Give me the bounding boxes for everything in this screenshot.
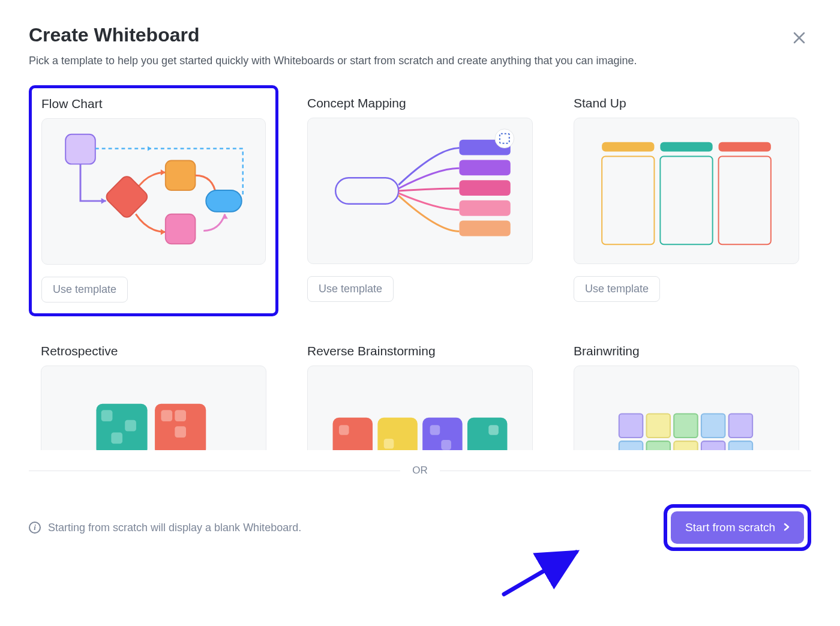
svg-rect-41 [619,414,643,437]
svg-rect-40 [488,425,499,435]
svg-rect-28 [175,426,186,438]
svg-rect-43 [674,414,697,437]
scratch-highlight-ring: Start from scratch [664,504,811,551]
close-icon [792,31,806,45]
svg-rect-17 [719,142,771,152]
modal-title: Create Whiteboard [29,24,199,46]
use-template-button[interactable]: Use template [41,277,128,302]
svg-rect-22 [101,410,113,421]
svg-rect-45 [729,414,752,437]
template-card-reverse-brainstorming[interactable]: Reverse Brainstorming [295,333,545,450]
modal-subtitle: Pick a template to help you get started … [29,55,811,67]
template-grid: Flow Chart [29,85,811,450]
svg-rect-46 [619,441,643,450]
svg-point-13 [495,129,514,148]
use-template-button[interactable]: Use template [307,276,394,302]
svg-rect-12 [459,221,510,236]
svg-rect-42 [647,414,670,437]
scratch-button-label: Start from scratch [685,521,775,534]
template-card-brainwriting[interactable]: Brainwriting [562,333,811,450]
chevron-right-icon [784,522,790,534]
svg-rect-48 [674,441,697,450]
template-preview-brainwriting [574,366,799,450]
svg-rect-20 [719,156,771,244]
svg-rect-6 [166,214,196,244]
svg-rect-33 [377,418,417,450]
template-title: Concept Mapping [307,96,533,110]
svg-rect-49 [701,441,725,450]
create-whiteboard-modal: Create Whiteboard Pick a template to hel… [0,0,840,450]
template-title: Reverse Brainstorming [307,344,533,358]
svg-rect-31 [333,418,373,450]
modal-footer: i Starting from scratch will display a b… [29,504,811,551]
svg-rect-2 [65,134,95,164]
template-title: Retrospective [41,344,266,358]
svg-rect-3 [166,160,196,190]
or-label: OR [400,465,440,477]
svg-rect-37 [441,440,451,450]
svg-rect-39 [467,418,507,450]
svg-rect-24 [111,433,122,444]
svg-rect-32 [339,425,349,435]
scratch-info-text: Starting from scratch will display a bla… [48,522,301,534]
svg-rect-18 [602,156,654,244]
svg-rect-36 [430,425,440,435]
svg-rect-34 [384,439,394,449]
info-icon: i [29,522,41,534]
use-template-button[interactable]: Use template [574,276,660,302]
svg-rect-11 [459,200,510,216]
svg-line-56 [504,552,576,594]
svg-rect-9 [459,160,510,175]
start-from-scratch-button[interactable]: Start from scratch [671,511,804,544]
template-card-retrospective[interactable]: Retrospective [29,333,278,450]
template-title: Brainwriting [574,344,799,358]
svg-rect-15 [602,142,654,152]
template-preview-flow-chart [41,118,266,265]
svg-rect-4 [206,190,242,212]
template-card-flow-chart[interactable]: Flow Chart [29,85,278,316]
svg-rect-16 [660,142,712,152]
svg-rect-47 [647,441,670,450]
template-preview-stand-up [574,118,799,264]
template-card-stand-up[interactable]: Stand Up Use template [562,85,811,316]
svg-rect-23 [125,420,136,432]
scratch-info: i Starting from scratch will display a b… [29,522,301,534]
svg-rect-19 [660,156,712,244]
template-title: Stand Up [574,96,799,110]
or-divider: OR [29,465,811,477]
svg-rect-7 [335,178,398,204]
template-preview-concept-mapping [307,118,533,264]
svg-rect-44 [701,414,725,437]
svg-rect-50 [729,441,752,450]
svg-rect-27 [175,410,186,421]
template-card-concept-mapping[interactable]: Concept Mapping Use [295,85,545,316]
divider-line [29,471,400,471]
template-preview-retrospective [41,366,266,450]
divider-line [440,471,811,471]
template-preview-reverse-brainstorming [307,366,533,450]
close-button[interactable] [787,26,811,52]
svg-rect-26 [161,410,172,421]
template-title: Flow Chart [41,97,266,111]
svg-rect-10 [459,180,510,196]
